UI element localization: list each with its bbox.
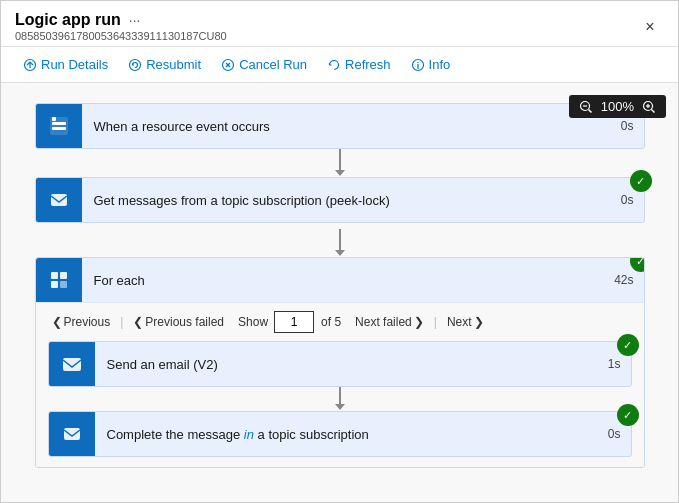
next-failed-label: Next failed	[355, 315, 412, 329]
foreach-step-icon	[47, 268, 71, 292]
trigger-label: When a resource event occurs	[82, 109, 611, 144]
flow-container: When a resource event occurs 0s Get mess…	[17, 99, 662, 468]
canvas-area: 100%	[1, 83, 678, 502]
foreach-check: ✓	[630, 257, 645, 272]
complete-step-icon	[60, 422, 84, 446]
next-chevron: ❯	[474, 315, 484, 329]
previous-failed-button[interactable]: ❮ Previous failed	[129, 313, 228, 331]
complete-keyword: in	[244, 427, 254, 442]
show-text: Show	[238, 315, 268, 329]
foreach-icon-box	[36, 258, 82, 302]
next-failed-button[interactable]: Next failed ❯	[351, 313, 428, 331]
info-button[interactable]: i Info	[403, 53, 459, 76]
title-ellipsis-menu[interactable]: ···	[129, 12, 141, 28]
title-bar: Logic app run ··· 0858503961780053643339…	[1, 1, 678, 47]
trigger-icon-box	[36, 104, 82, 148]
svg-rect-22	[51, 281, 58, 288]
trigger-duration: 0s	[611, 119, 644, 133]
foreach-header[interactable]: For each 42s ✓	[36, 258, 644, 302]
svg-rect-21	[60, 272, 67, 279]
complete-label: Complete the message in a topic subscrip…	[95, 417, 598, 452]
info-icon: i	[411, 58, 425, 72]
refresh-label: Refresh	[345, 57, 391, 72]
run-details-icon	[23, 58, 37, 72]
show-iteration-input[interactable]	[274, 311, 314, 333]
run-id: 085850396178005364333911130187CU80	[15, 30, 636, 42]
foreach-block: For each 42s ✓ ❮ Previous | ❮	[35, 257, 645, 468]
logic-app-run-window: Logic app run ··· 0858503961780053643339…	[0, 0, 679, 503]
svg-point-2	[130, 59, 141, 70]
cancel-run-label: Cancel Run	[239, 57, 307, 72]
svg-line-14	[652, 109, 655, 112]
getmessages-step-icon	[47, 188, 71, 212]
zoom-overlay: 100%	[569, 95, 666, 118]
svg-line-10	[588, 109, 591, 112]
foreach-label: For each	[82, 263, 605, 298]
of-text: of 5	[321, 315, 341, 329]
svg-rect-23	[60, 281, 67, 288]
info-label: Info	[429, 57, 451, 72]
svg-rect-24	[63, 358, 81, 371]
complete-duration: 0s	[598, 427, 631, 441]
nav-sep-1: |	[120, 315, 123, 329]
refresh-icon	[327, 58, 341, 72]
foreach-inner: Send an email (V2) 1s ✓	[48, 341, 632, 457]
getmessages-duration: 0s	[611, 193, 644, 207]
refresh-button[interactable]: Refresh	[319, 53, 399, 76]
svg-rect-16	[52, 122, 66, 125]
run-details-label: Run Details	[41, 57, 108, 72]
zoom-in-button[interactable]	[640, 100, 658, 114]
zoom-level: 100%	[601, 99, 634, 114]
foreach-nav: ❮ Previous | ❮ Previous failed Show of 5	[48, 311, 632, 333]
email-icon-box	[49, 342, 95, 386]
previous-label: Previous	[64, 315, 111, 329]
getmessages-check: ✓	[630, 170, 652, 192]
inner-arrow-1	[339, 387, 341, 405]
foreach-duration: 42s	[604, 273, 643, 287]
close-button[interactable]: ×	[636, 13, 664, 41]
next-label: Next	[447, 315, 472, 329]
svg-text:i: i	[416, 61, 419, 71]
cancel-run-icon	[221, 58, 235, 72]
cancel-run-button[interactable]: Cancel Run	[213, 53, 315, 76]
svg-rect-20	[51, 272, 58, 279]
resubmit-button[interactable]: Resubmit	[120, 53, 209, 76]
resubmit-icon	[128, 58, 142, 72]
getmessages-label: Get messages from a topic subscription (…	[82, 183, 611, 218]
previous-failed-label: Previous failed	[145, 315, 224, 329]
foreach-body: ❮ Previous | ❮ Previous failed Show of 5	[36, 302, 644, 467]
complete-check: ✓	[617, 404, 639, 426]
trigger-step-icon	[47, 114, 71, 138]
nav-sep-2: |	[434, 315, 437, 329]
svg-rect-17	[52, 127, 66, 130]
email-label: Send an email (V2)	[95, 347, 598, 382]
toolbar: Run Details Resubmit Cancel Run	[1, 47, 678, 83]
step-trigger[interactable]: When a resource event occurs 0s	[35, 103, 645, 149]
getmessages-icon-box	[36, 178, 82, 222]
resubmit-label: Resubmit	[146, 57, 201, 72]
prev-failed-chevron: ❮	[133, 315, 143, 329]
arrow-2	[339, 229, 341, 251]
email-check: ✓	[617, 334, 639, 356]
previous-chevron-left: ❮	[52, 315, 62, 329]
svg-rect-25	[64, 428, 80, 440]
next-failed-chevron: ❯	[414, 315, 424, 329]
email-duration: 1s	[598, 357, 631, 371]
inner-step-email[interactable]: Send an email (V2) 1s ✓	[48, 341, 632, 387]
window-title: Logic app run	[15, 11, 121, 29]
step-getmessages[interactable]: Get messages from a topic subscription (…	[35, 177, 645, 223]
svg-rect-18	[52, 117, 56, 121]
title-main: Logic app run ···	[15, 11, 636, 29]
arrow-1	[339, 149, 341, 171]
svg-rect-19	[51, 194, 67, 206]
complete-icon-box	[49, 412, 95, 456]
inner-step-complete[interactable]: Complete the message in a topic subscrip…	[48, 411, 632, 457]
next-button[interactable]: Next ❯	[443, 313, 488, 331]
title-bar-left: Logic app run ··· 0858503961780053643339…	[15, 11, 636, 42]
previous-button[interactable]: ❮ Previous	[48, 313, 115, 331]
email-step-icon	[60, 352, 84, 376]
run-details-button[interactable]: Run Details	[15, 53, 116, 76]
zoom-out-button[interactable]	[577, 100, 595, 114]
